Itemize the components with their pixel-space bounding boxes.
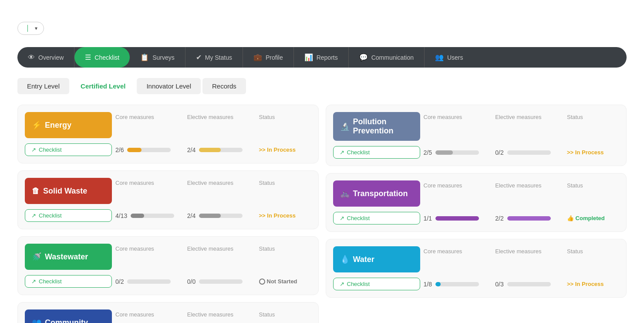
elective-measure-cell-pollution: 0/2 [495, 149, 563, 156]
chevron-down-icon: ▾ [35, 25, 37, 31]
elective-measures-header: Elective measures [495, 112, 563, 121]
elective-measure-cell-wastewater: 0/0 [187, 278, 256, 285]
transportation-icon: 🚲 [340, 189, 350, 198]
core-value: 4/13 [115, 212, 127, 219]
checklist-btn-solid-waste[interactable]: ↗ Checklist [25, 209, 112, 222]
nav-label-users: Users [447, 54, 463, 61]
community-icon: 👥 [32, 318, 41, 323]
checklist-link-icon: ↗ [31, 146, 36, 153]
company-bar: ▾ [17, 22, 627, 35]
elective-measure-cell-solid-waste: 2/4 [187, 212, 256, 219]
nav-label-surveys: Surveys [152, 54, 175, 61]
category-card-community: 👥 Community Core measures Elective measu… [17, 302, 319, 323]
category-card-pollution: 🔬 Pollution Prevention Core measures Ele… [326, 105, 627, 166]
category-label-wastewater: 🚿 Wastewater [25, 244, 112, 270]
core-measure-cell-transportation: 1/1 [424, 215, 492, 222]
solid-waste-icon: 🗑 [32, 187, 40, 196]
elective-progress-bar [199, 214, 243, 218]
core-measures-header: Core measures [115, 309, 184, 319]
nav-label-communication: Communication [371, 54, 414, 61]
status-header: Status [259, 112, 311, 121]
status-in-process: >> In Process [259, 212, 311, 219]
elective-value: 0/0 [187, 278, 196, 285]
elective-measures-header: Elective measures [495, 246, 563, 255]
category-label-transportation: 🚲 Transportation [333, 180, 420, 207]
company-selector[interactable]: ▾ [17, 22, 44, 35]
core-measure-cell-energy: 2/6 [115, 146, 184, 153]
elective-progress-bar [507, 282, 551, 286]
nav-item-profile[interactable]: 💼 Profile [243, 47, 294, 68]
checklist-btn-water[interactable]: ↗ Checklist [333, 278, 420, 290]
core-progress-bar [435, 216, 479, 221]
status-header: Status [567, 112, 619, 121]
elective-value: 0/2 [495, 149, 503, 156]
status-header: Status [567, 180, 619, 190]
sub-tab-certified[interactable]: Certified Level [71, 78, 135, 94]
dashboard-page: ▾ 👁 Overview☰ Checklist📋 Surveys✔ My Sta… [0, 0, 644, 323]
core-progress-bar [435, 150, 479, 155]
nav-bar: 👁 Overview☰ Checklist📋 Surveys✔ My Statu… [17, 47, 627, 68]
status-not-started: Not Started [259, 278, 311, 285]
category-card-water: 💧 Water Core measures Elective measures … [326, 239, 627, 298]
nav-item-checklist[interactable]: ☰ Checklist [74, 47, 130, 68]
left-column: ⚡ Energy Core measures Elective measures… [17, 105, 319, 323]
profile-icon: 💼 [253, 53, 262, 61]
nav-item-users[interactable]: 👥 Users [425, 47, 474, 68]
elective-value: 0/3 [495, 281, 503, 288]
core-measure-cell-water: 1/8 [424, 281, 492, 288]
energy-icon: ⚡ [32, 120, 41, 130]
core-measure-cell-pollution: 2/5 [424, 149, 492, 156]
core-measures-header: Core measures [115, 112, 184, 121]
status-header: Status [259, 309, 311, 319]
core-measures-header: Core measures [424, 180, 492, 190]
nav-label-reports: Reports [317, 54, 338, 61]
nav-label-checklist: Checklist [94, 54, 119, 61]
core-progress-bar [127, 279, 171, 284]
core-progress-bar [127, 148, 171, 152]
right-column: 🔬 Pollution Prevention Core measures Ele… [326, 105, 627, 323]
core-measures-header: Core measures [424, 246, 492, 255]
nav-label-profile: Profile [266, 54, 283, 61]
checklist-btn-wastewater[interactable]: ↗ Checklist [25, 275, 112, 288]
elective-progress-bar [507, 150, 551, 155]
elective-value: 2/2 [495, 215, 503, 222]
sub-tabs: Entry LevelCertified LevelInnovator Leve… [17, 78, 627, 94]
elective-measure-cell-energy: 2/4 [187, 146, 256, 153]
surveys-icon: 📋 [140, 53, 149, 61]
core-measures-header: Core measures [115, 244, 184, 253]
core-measures-header: Core measures [115, 178, 184, 187]
nav-item-overview[interactable]: 👁 Overview [17, 47, 74, 68]
nav-item-communication[interactable]: 💬 Communication [349, 47, 425, 68]
nav-item-surveys[interactable]: 📋 Surveys [130, 47, 185, 68]
nav-item-reports[interactable]: 📊 Reports [294, 47, 349, 68]
sub-tab-innovator[interactable]: Innovator Level [137, 78, 201, 94]
status-in-process: >> In Process [567, 281, 619, 287]
status-header: Status [259, 178, 311, 187]
elective-value: 2/4 [187, 212, 196, 219]
overview-icon: 👁 [28, 54, 35, 61]
communication-icon: 💬 [359, 53, 368, 61]
status-completed: 👍 Completed [567, 215, 619, 221]
users-icon: 👥 [435, 53, 444, 61]
checklist-link-icon: ↗ [31, 212, 36, 219]
sub-tab-entry[interactable]: Entry Level [17, 78, 69, 94]
checklist-icon: ☰ [85, 53, 91, 61]
core-measures-header: Core measures [424, 112, 492, 121]
elective-measures-header: Elective measures [495, 180, 563, 190]
elective-progress-bar [199, 279, 243, 284]
status-in-process: >> In Process [567, 149, 619, 156]
core-value: 1/8 [424, 281, 432, 288]
nav-label-overview: Overview [38, 54, 64, 61]
core-progress-bar [435, 282, 479, 286]
elective-measures-header: Elective measures [187, 244, 256, 253]
nav-item-my-status[interactable]: ✔ My Status [185, 47, 243, 68]
checklist-btn-pollution[interactable]: ↗ Checklist [333, 146, 420, 159]
checklist-link-icon: ↗ [340, 281, 344, 287]
core-value: 0/2 [115, 278, 124, 285]
checklist-btn-energy[interactable]: ↗ Checklist [25, 143, 112, 156]
sub-tab-records[interactable]: Records [202, 78, 246, 94]
category-label-pollution: 🔬 Pollution Prevention [333, 112, 420, 141]
core-measure-cell-solid-waste: 4/13 [115, 212, 184, 219]
category-label-solid-waste: 🗑 Solid Waste [25, 178, 112, 204]
checklist-btn-transportation[interactable]: ↗ Checklist [333, 212, 420, 224]
